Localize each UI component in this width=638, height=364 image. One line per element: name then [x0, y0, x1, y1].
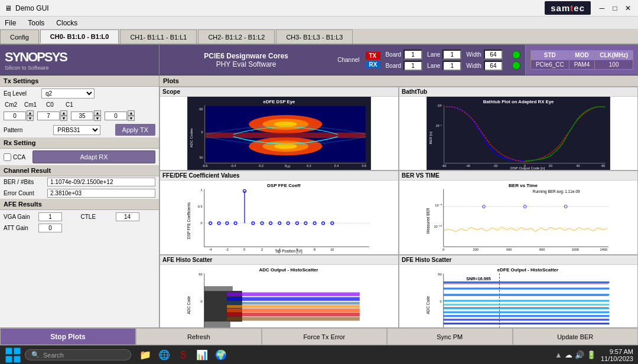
dfe-histo-plot: DFE Histo Scatter eDFE Output - HistoSca…	[399, 255, 638, 327]
att-gain-label: ATT Gain	[4, 225, 36, 231]
std-table: STD MOD CLK(MHz) PCIe6_CC PAM4 100	[530, 50, 633, 70]
cca-label: CCA	[13, 154, 25, 160]
brand-name: SYNOPSYS	[5, 50, 67, 65]
cm1-down[interactable]: ▼	[60, 116, 67, 121]
svg-text:ADC Code: ADC Code	[187, 296, 191, 314]
ffe-svg: DSP FFE Coeff DSP FFE Coefficients Tap P…	[160, 181, 398, 254]
svg-text:BER [n]: BER [n]	[428, 132, 432, 145]
close-button[interactable]: ✕	[623, 3, 633, 14]
menu-clocks[interactable]: Clocks	[54, 18, 80, 28]
svg-text:-50: -50	[437, 327, 441, 327]
svg-rect-130	[444, 323, 610, 324]
refresh-button[interactable]: Refresh	[136, 328, 262, 345]
minimize-button[interactable]: ─	[597, 3, 607, 14]
svg-text:eDFE DSP Eye: eDFE DSP Eye	[263, 99, 295, 104]
svg-text:eDFE Output - HistoScatter: eDFE Output - HistoScatter	[497, 267, 558, 273]
start-button[interactable]	[5, 347, 21, 363]
svg-text:1: 1	[200, 188, 202, 192]
taskbar-icon-matlab[interactable]: 📊	[194, 347, 210, 363]
c1-up[interactable]: ▲	[128, 110, 135, 116]
search-icon: 🔍	[31, 351, 40, 359]
pattern-label: Pattern	[4, 127, 39, 133]
c0-spinbox[interactable]: ▲▼	[71, 110, 101, 121]
tx-width-input[interactable]	[484, 50, 503, 60]
ber-time-plot: BER VS TIME BER vs Time Running BER avg:…	[399, 170, 638, 254]
ctle-item: CTLE	[81, 212, 156, 221]
taskbar-search-label: Search	[43, 352, 64, 359]
taskbar-right-area: ▲ ☁ 🔊 🔋 9:57 AM 11/10/2023	[555, 348, 633, 362]
cm2-spinbox[interactable]: ▲▼	[4, 110, 34, 121]
svg-text:10⁻¹⁰: 10⁻¹⁰	[434, 225, 442, 229]
svg-rect-128	[444, 315, 610, 317]
tab-config[interactable]: Config	[0, 29, 39, 44]
taskbar-icon-app2[interactable]: 🌍	[213, 347, 229, 363]
adc-histo-canvas: ADC Output - HistoScatter ADC Code Occur…	[160, 265, 398, 327]
c0-down[interactable]: ▼	[94, 116, 101, 121]
tx-led	[512, 51, 520, 59]
led-area	[512, 51, 520, 70]
cm1-up[interactable]: ▲	[60, 110, 67, 116]
window-controls[interactable]: ─ □ ✕	[597, 3, 633, 14]
cm1-input[interactable]	[37, 112, 60, 120]
rx-width-input[interactable]	[484, 61, 503, 71]
tab-ch0[interactable]: CH0- B1:L0 - B1:L0	[40, 29, 119, 44]
stop-plots-button[interactable]: Stop Plots	[0, 328, 136, 345]
scope-svg: eDFE DSP Eye ADC Codes UI -50 0 50 -0	[160, 97, 398, 170]
svg-rect-136	[14, 347, 21, 354]
sync-pm-button[interactable]: Sync PM	[387, 328, 513, 345]
cm1-spinbox[interactable]: ▲▼	[37, 110, 67, 121]
tx-rx-labels: TX RX	[366, 52, 381, 68]
adapt-rx-button[interactable]: Adapt RX	[32, 150, 155, 163]
eq-level-row: Eq Level q2	[0, 87, 159, 100]
svg-rect-135	[6, 347, 12, 354]
cca-checkbox[interactable]	[4, 153, 11, 161]
svg-rect-106	[227, 305, 360, 308]
apply-tx-button[interactable]: Apply TX	[115, 124, 155, 136]
svg-text:Bathtub Plot on Adapted RX Eye: Bathtub Plot on Adapted RX Eye	[483, 99, 554, 104]
pcie-sub: PHY Eval Software	[216, 60, 276, 68]
cm2-down[interactable]: ▼	[27, 116, 34, 121]
c1-down[interactable]: ▼	[128, 116, 135, 121]
channel-fields: Board Lane Width Board Lane Width	[385, 50, 505, 71]
taskbar-icon-edge[interactable]: 🌐	[156, 347, 172, 363]
att-gain-input[interactable]	[38, 224, 62, 232]
ctle-input[interactable]	[116, 212, 139, 221]
maximize-button[interactable]: □	[610, 3, 620, 14]
cm2-up[interactable]: ▲	[27, 110, 34, 116]
tab-ch2[interactable]: CH2- B1:L2 - B1:L2	[198, 29, 275, 44]
svg-text:-0.6: -0.6	[202, 164, 207, 168]
rx-board-input[interactable]	[403, 61, 422, 71]
rx-setting-header: Rx Setting	[0, 137, 159, 149]
c1-spinbox[interactable]: ▲▼	[105, 110, 135, 121]
c0-input[interactable]	[71, 112, 93, 120]
svg-rect-23	[206, 133, 365, 138]
brand-sub: Silicon to Software	[5, 65, 67, 71]
c0-up[interactable]: ▲	[94, 110, 101, 116]
svg-text:10⁰: 10⁰	[437, 104, 442, 107]
taskbar-search-bar[interactable]: 🔍 Search	[25, 349, 131, 360]
samtec-logo: samtec	[545, 1, 591, 15]
channel-result-header: Channel Result	[0, 165, 159, 176]
pcie-info: PCIE6 Designware Cores PHY Eval Software	[160, 45, 333, 75]
update-ber-button[interactable]: Update BER	[513, 328, 639, 345]
cm2-input[interactable]	[4, 112, 26, 120]
tab-ch1[interactable]: CH1- B1:L1 - B1:L1	[120, 29, 197, 44]
eq-level-select[interactable]: q2	[41, 88, 95, 99]
force-tx-error-button[interactable]: Force Tx Error	[262, 328, 388, 345]
tab-ch3[interactable]: CH3- B1:L3 - B1:L3	[276, 29, 353, 44]
adc-histo-svg: ADC Output - HistoScatter ADC Code Occur…	[160, 265, 398, 327]
taskbar-icon-app1[interactable]: S	[175, 347, 191, 363]
svg-rect-24	[427, 97, 610, 170]
vga-gain-input[interactable]	[38, 212, 62, 221]
c1-input[interactable]	[105, 112, 127, 120]
taskbar-icon-file[interactable]: 📁	[137, 347, 154, 363]
menu-file[interactable]: File	[2, 18, 18, 28]
tx-lane-input[interactable]	[442, 50, 461, 60]
tx-board-input[interactable]	[403, 50, 422, 60]
bathtub-plot: BathtTub Bathtub Plot on Adapted RX Eye …	[399, 87, 638, 170]
pattern-select[interactable]: PRBS31	[53, 125, 100, 135]
rx-lane-input[interactable]	[442, 61, 461, 71]
adc-histo-title: AFE Histo Scatter	[160, 255, 398, 265]
battery-icon: 🔋	[587, 350, 596, 359]
menu-tools[interactable]: Tools	[25, 18, 47, 28]
